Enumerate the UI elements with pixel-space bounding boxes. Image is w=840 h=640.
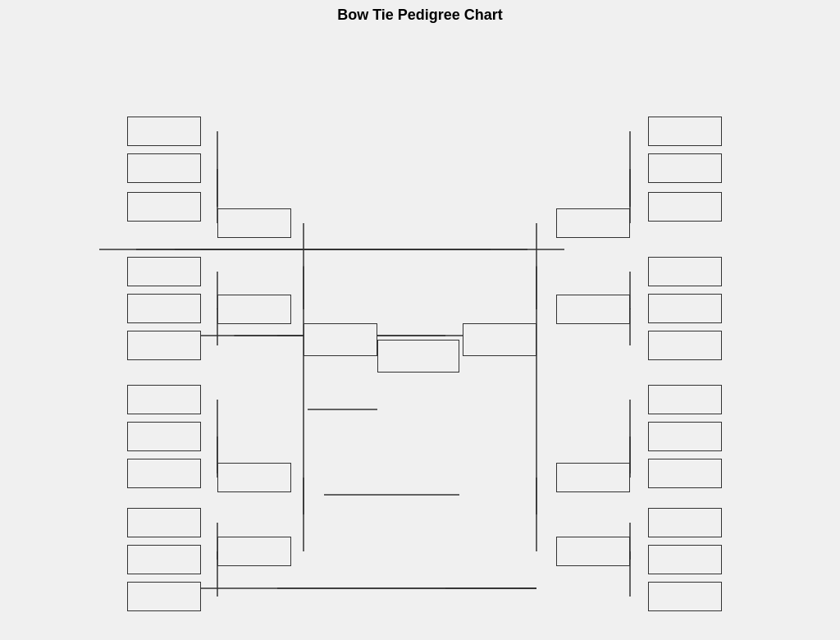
pedigree-box-l3c[interactable] [127,192,201,222]
pedigree-box-l3f[interactable] [127,331,201,360]
pedigree-box-l3j[interactable] [127,508,201,537]
pedigree-box-l3i[interactable] [127,459,201,488]
pedigree-box-l3d[interactable] [127,257,201,286]
pedigree-box-r3e[interactable] [648,294,722,323]
pedigree-box-l3h[interactable] [127,422,201,451]
pedigree-box-l3g[interactable] [127,385,201,414]
pedigree-box-center-left[interactable] [304,323,377,356]
chart-container: Bow Tie Pedigree Chart [0,0,840,640]
pedigree-box-center-right[interactable] [463,323,536,356]
pedigree-box-l2b[interactable] [217,295,291,324]
pedigree-box-l3a[interactable] [127,117,201,146]
pedigree-box-l3k[interactable] [127,545,201,574]
pedigree-box-r2c[interactable] [556,463,630,492]
pedigree-box-r3i[interactable] [648,459,722,488]
chart-area [0,32,840,639]
pedigree-box-r3j[interactable] [648,508,722,537]
pedigree-box-l3l[interactable] [127,582,201,611]
pedigree-box-r2a[interactable] [556,208,630,238]
pedigree-box-r3c[interactable] [648,192,722,222]
pedigree-box-center-subject[interactable] [377,340,459,373]
pedigree-box-l3e[interactable] [127,294,201,323]
pedigree-box-r3b[interactable] [648,153,722,183]
pedigree-box-r3g[interactable] [648,385,722,414]
pedigree-box-l2c[interactable] [217,463,291,492]
pedigree-box-r3h[interactable] [648,422,722,451]
pedigree-box-l3b[interactable] [127,153,201,183]
pedigree-box-r3k[interactable] [648,545,722,574]
pedigree-box-r2b[interactable] [556,295,630,324]
pedigree-box-r3a[interactable] [648,117,722,146]
pedigree-box-r3d[interactable] [648,257,722,286]
pedigree-box-l2d[interactable] [217,537,291,566]
chart-title: Bow Tie Pedigree Chart [0,0,840,24]
pedigree-box-r2d[interactable] [556,537,630,566]
pedigree-box-l2a[interactable] [217,208,291,238]
pedigree-box-r3l[interactable] [648,582,722,611]
pedigree-box-r3f[interactable] [648,331,722,360]
